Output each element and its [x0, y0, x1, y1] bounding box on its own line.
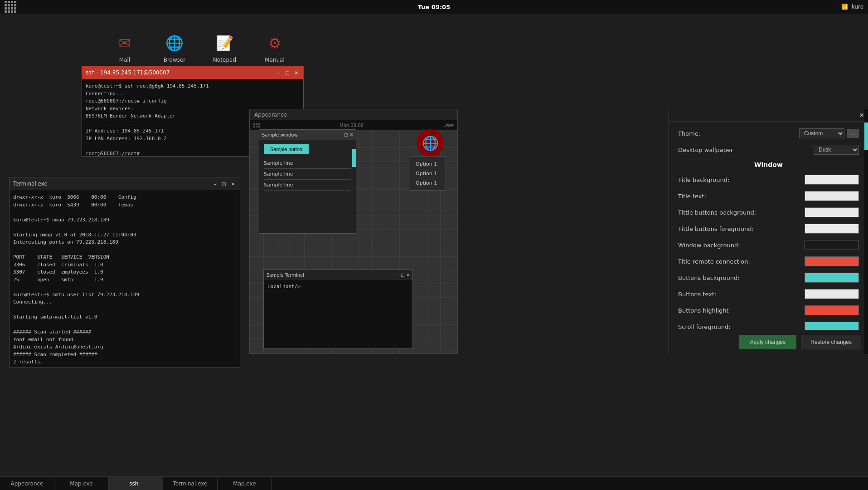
title-buttons-fg-label: Tittle buttons foreground:	[678, 225, 805, 232]
terminal-minimize-button[interactable]: –	[212, 181, 218, 187]
settings-close-icon[interactable]: ✕	[859, 112, 864, 119]
wifi-icon: 📶	[841, 4, 848, 10]
taskbar-ssh[interactable]: ssh -	[109, 477, 163, 490]
window-background-swatch[interactable]	[805, 240, 859, 250]
topbar: Tue 09:05 📶 kuro	[0, 0, 868, 14]
ssh-titlebar: ssh - 194.85.245.171@500007 – □ ✕	[82, 66, 303, 79]
buttons-background-swatch[interactable]	[805, 273, 859, 283]
sample-body: Sample button Sample line Sample line Sa…	[259, 140, 356, 195]
taskbar-mapexe-2[interactable]: Map.exe	[218, 477, 272, 490]
app-icon-mail[interactable]: ✉ Mail	[113, 32, 136, 63]
terminal-body[interactable]: drwxr-xr-x kuro 3066 00:00 Config drwxr-…	[10, 190, 240, 367]
topbar-left	[5, 1, 16, 13]
taskbar-appearance-label: Appearance	[10, 480, 43, 487]
taskbar-mapexe2-label: Map.exe	[233, 480, 256, 487]
settings-scrollbar-thumb	[864, 122, 868, 150]
app-icon-manual[interactable]: ⚙ Manual	[263, 32, 286, 63]
theme-control: Custom ...	[799, 128, 859, 138]
sample-line-3: Sample line	[264, 180, 351, 191]
title-remote-swatch[interactable]	[805, 256, 859, 266]
desktop: ✉ Mail 🌐 Browser 📝 Notepad ⚙ Manual ssh …	[0, 14, 868, 476]
title-remote-row: Title remote connection:	[678, 256, 859, 266]
taskbar-appearance[interactable]: Appearance	[0, 477, 54, 490]
taskbar-mapexe1-label: Map.exe	[70, 480, 92, 487]
sample-scrollbar[interactable]	[352, 140, 356, 233]
taskbar-terminal[interactable]: Terminal.exe	[163, 477, 218, 490]
ssh-maximize-button[interactable]: □	[284, 69, 291, 76]
scroll-fg-label: Scroll foreground:	[678, 323, 805, 330]
globe-icon: 🌐	[417, 129, 444, 157]
dropdown-item-3[interactable]: Option 1	[410, 178, 446, 188]
sample-window: Sample window – □ ✕ Sample button Sample…	[259, 129, 356, 234]
title-background-swatch[interactable]	[805, 175, 859, 185]
dropdown-menu: Option 1 Option 1 Option 1	[410, 157, 446, 191]
theme-dots-button[interactable]: ...	[847, 129, 859, 138]
browser-icon: 🌐	[163, 32, 186, 54]
sample-terminal-titlebar: Sample Terminal – □ ✕	[264, 270, 412, 280]
mail-icon: ✉	[113, 32, 136, 54]
dropdown-item-2[interactable]: Option 1	[410, 169, 446, 178]
app-icon-browser[interactable]: 🌐 Browser	[163, 32, 186, 63]
manual-icon: ⚙	[263, 32, 286, 54]
terminal-title: Terminal.exe	[13, 181, 48, 187]
settings-scrollbar[interactable]	[864, 109, 868, 354]
title-remote-label: Title remote connection:	[678, 258, 805, 265]
title-buttons-bg-row: Tittle buttons background:	[678, 207, 859, 217]
terminal-maximize-button[interactable]: □	[221, 181, 227, 187]
sample-minimize-icon: –	[340, 132, 342, 137]
theme-select[interactable]: Custom	[799, 128, 844, 138]
notepad-label: Notepad	[213, 57, 236, 63]
apply-button[interactable]: Apply changes	[739, 335, 797, 349]
wallpaper-select[interactable]: Dusk	[814, 145, 859, 155]
preview-user: User	[443, 123, 454, 128]
window-section-title: Window	[678, 161, 859, 168]
buttons-background-label: Buttons background:	[678, 274, 805, 281]
settings-body: Theme: Custom ... Desktop wallpaper Dusk	[669, 122, 868, 330]
sample-scrollbar-thumb	[352, 149, 356, 167]
sample-terminal-body: Localhost/>	[264, 280, 412, 293]
window-background-row: Window background:	[678, 240, 859, 250]
notepad-icon: 📝	[213, 32, 236, 54]
wallpaper-row: Desktop wallpaper Dusk	[678, 145, 859, 155]
preview-grid-icon	[253, 123, 260, 127]
title-background-row: Title background:	[678, 175, 859, 185]
st-close-icon: ✕	[406, 273, 410, 277]
app-icon-notepad[interactable]: 📝 Notepad	[213, 32, 236, 63]
user-label: kuro	[852, 4, 863, 10]
dropdown-item-1[interactable]: Option 1	[410, 159, 446, 169]
title-text-row: Title text:	[678, 191, 859, 201]
ssh-title: ssh - 194.85.245.171@500007	[86, 69, 170, 76]
sample-window-titlebar: Sample window – □ ✕	[259, 130, 356, 140]
app-grid-icon[interactable]	[5, 1, 16, 13]
title-text-label: Title text:	[678, 193, 805, 200]
ssh-minimize-button[interactable]: –	[275, 69, 281, 76]
restore-button[interactable]: Restore changes	[801, 335, 861, 349]
st-minimize-icon: –	[397, 273, 399, 277]
title-buttons-bg-label: Tittle buttons background:	[678, 209, 805, 216]
buttons-highlight-swatch[interactable]	[805, 305, 859, 315]
title-buttons-fg-row: Tittle buttons foreground:	[678, 224, 859, 234]
manual-label: Manual	[265, 57, 285, 63]
title-text-swatch[interactable]	[805, 191, 859, 201]
taskbar-mapexe-1[interactable]: Map.exe	[54, 477, 109, 490]
sample-button[interactable]: Sample button	[264, 144, 309, 154]
title-buttons-bg-swatch[interactable]	[805, 207, 859, 217]
wallpaper-label: Desktop wallpaper	[678, 147, 814, 153]
theme-label: Theme:	[678, 130, 799, 137]
topbar-right: 📶 kuro	[841, 4, 863, 10]
title-background-label: Title background:	[678, 176, 805, 183]
taskbar-terminal-label: Terminal.exe	[173, 480, 208, 487]
sample-terminal: Sample Terminal – □ ✕ Localhost/>	[263, 270, 413, 349]
sample-terminal-prompt: Localhost/>	[267, 284, 301, 289]
settings-footer: Apply changes Restore changes	[669, 330, 868, 354]
buttons-text-swatch[interactable]	[805, 289, 859, 299]
terminal-close-button[interactable]: ✕	[230, 181, 236, 187]
app-icons-bar: ✉ Mail 🌐 Browser 📝 Notepad ⚙ Manual	[113, 32, 286, 63]
title-buttons-fg-swatch[interactable]	[805, 224, 859, 234]
scroll-fg-swatch[interactable]	[805, 322, 859, 330]
settings-header: ✕	[669, 109, 868, 122]
terminal-titlebar: Terminal.exe – □ ✕	[10, 177, 240, 190]
ssh-close-button[interactable]: ✕	[293, 69, 300, 76]
mail-label: Mail	[119, 57, 130, 63]
taskbar-ssh-label: ssh -	[129, 480, 142, 487]
